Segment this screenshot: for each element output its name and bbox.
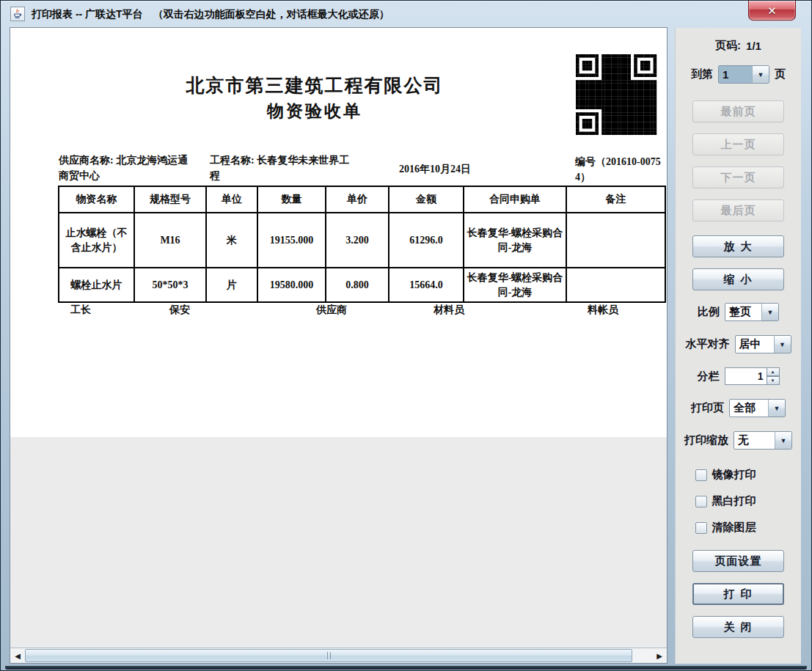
qr-code (575, 54, 657, 135)
scroll-left-icon: ◀ (15, 652, 21, 660)
scrollbar-thumb[interactable] (25, 649, 632, 662)
window-title: 打印报表 -- 广联达T平台（双击右边功能面板空白处，对话框最大化或还原） (32, 8, 389, 21)
halign-line: 水平对齐 居中 ▼ (686, 335, 791, 353)
cell-amount: 61296.0 (389, 213, 464, 268)
cell-quantity: 19155.000 (257, 213, 326, 268)
print-scale-line: 打印缩放 无 ▼ (684, 431, 792, 450)
goto-page-prefix: 到第 (691, 67, 713, 81)
cell-material-name: 螺栓止水片 (59, 268, 134, 302)
window-bottom-edge (5, 666, 807, 670)
print-pages-value: 全部 (730, 400, 768, 417)
cell-remarks (566, 213, 665, 268)
report-page: 北京市第三建筑工程有限公司 物资验收单 供应商名称: 北京龙海鸿运通商贸中心 工… (10, 28, 667, 437)
window-title-hint: （双击右边功能面板空白处，对话框最大化或还原） (153, 8, 389, 20)
table-row: 螺栓止水片 50*50*3 片 19580.000 0.800 15664.0 … (59, 268, 665, 302)
close-window-button[interactable]: ✕ (748, 1, 796, 21)
scroll-right-button[interactable]: ▶ (652, 648, 667, 663)
bw-print-label: 黑白打印 (712, 494, 756, 508)
col-material-name: 物资名称 (59, 186, 134, 213)
company-name: 北京市第三建筑工程有限公司 (10, 73, 619, 98)
print-pages-combobox[interactable]: 全部 ▼ (729, 399, 786, 417)
next-page-button[interactable]: 下一页 (692, 166, 784, 188)
sign-accountant: 料帐员 (588, 304, 618, 317)
goto-page-value: 1 (719, 66, 752, 83)
page-number-value: 1/1 (746, 40, 761, 52)
halign-combobox[interactable]: 居中 ▼ (735, 335, 791, 353)
columns-value[interactable]: 1 (725, 367, 767, 385)
scale-value: 整页 (725, 304, 761, 320)
col-contract: 合同申购单 (464, 186, 566, 213)
print-scale-combobox[interactable]: 无 ▼ (734, 431, 792, 450)
page-setup-button[interactable]: 页面设置 (692, 550, 784, 572)
close-dialog-button[interactable]: 关 闭 (692, 616, 784, 638)
scale-label: 比例 (698, 305, 720, 319)
zoom-out-button[interactable]: 缩 小 (692, 268, 784, 290)
cell-contract: 长春复华-螺栓采购合同-龙海 (464, 213, 566, 268)
chevron-down-icon[interactable]: ▼ (768, 400, 785, 417)
halign-value: 居中 (736, 336, 774, 353)
print-pages-label: 打印页 (691, 401, 724, 415)
signature-row: 工长 保安 供应商 材料员 料帐员 (10, 304, 667, 321)
scrollbar-track[interactable] (632, 648, 652, 663)
scroll-right-icon: ▶ (656, 652, 662, 660)
goto-page-suffix: 页 (775, 67, 786, 81)
chevron-down-icon[interactable]: ▼ (761, 304, 778, 320)
print-button[interactable]: 打 印 (692, 583, 784, 605)
control-panel: 页码: 1/1 到第 1 ▼ 页 最前页 上一页 下一页 最后页 放 大 缩 小… (675, 28, 801, 664)
table-header-row: 物资名称 规格型号 单位 数量 单价 金额 合同申购单 备注 (59, 186, 665, 213)
mirror-print-option: 镜像打印 (695, 468, 782, 482)
spin-up-button[interactable]: ▲ (767, 367, 780, 376)
clear-layer-checkbox[interactable] (695, 522, 707, 534)
cell-contract: 长春复华-螺栓采购合同-龙海 (464, 268, 566, 302)
col-spec-model: 规格型号 (134, 186, 206, 213)
horizontal-scrollbar[interactable]: ◀ ▶ (10, 648, 667, 663)
scroll-left-button[interactable]: ◀ (10, 648, 25, 663)
print-scale-label: 打印缩放 (684, 433, 728, 447)
cell-unit-price: 3.200 (326, 213, 389, 268)
supplier-name: 供应商名称: 北京龙海鸿运通商贸中心 (59, 153, 195, 183)
document-date: 2016年10月24日 (399, 163, 471, 176)
halign-label: 水平对齐 (686, 337, 730, 351)
cell-amount: 15664.0 (389, 268, 464, 302)
materials-table: 物资名称 规格型号 单位 数量 单价 金额 合同申购单 备注 止水螺栓（不含止水… (58, 186, 666, 303)
chevron-down-icon[interactable]: ▼ (774, 336, 791, 353)
cell-spec-model: 50*50*3 (134, 268, 206, 302)
spin-down-icon: ▼ (771, 378, 775, 383)
print-scale-value: 无 (734, 432, 775, 449)
bw-print-option: 黑白打印 (695, 494, 782, 508)
chevron-down-icon[interactable]: ▼ (775, 432, 791, 449)
spin-down-button[interactable]: ▼ (767, 376, 780, 385)
print-preview-area[interactable]: 北京市第三建筑工程有限公司 物资验收单 供应商名称: 北京龙海鸿运通商贸中心 工… (10, 27, 667, 664)
cell-remarks (566, 268, 665, 302)
first-page-button[interactable]: 最前页 (692, 100, 784, 122)
document-number: 编号（201610-00754） (575, 154, 665, 185)
scale-combobox[interactable]: 整页 ▼ (725, 303, 779, 321)
prev-page-button[interactable]: 上一页 (692, 133, 784, 155)
col-remarks: 备注 (566, 186, 665, 213)
clear-layer-option: 清除图层 (695, 521, 782, 535)
columns-label: 分栏 (698, 370, 720, 384)
chevron-down-icon[interactable]: ▼ (752, 66, 769, 83)
cell-unit-price: 0.800 (326, 268, 389, 302)
bw-print-checkbox[interactable] (695, 496, 707, 507)
cell-unit: 米 (206, 213, 257, 268)
print-report-window: 打印报表 -- 广联达T平台（双击右边功能面板空白处，对话框最大化或还原） ✕ … (0, 0, 812, 671)
document-title: 物资验收单 (10, 100, 619, 122)
zoom-in-button[interactable]: 放 大 (692, 235, 784, 257)
cell-spec-model: M16 (134, 213, 206, 268)
col-unit-price: 单价 (326, 186, 389, 213)
mirror-print-checkbox[interactable] (695, 469, 707, 481)
last-page-button[interactable]: 最后页 (692, 199, 784, 221)
columns-line: 分栏 1 ▲ ▼ (698, 367, 780, 385)
scrollbar-grip-icon (327, 652, 331, 659)
col-quantity: 数量 (257, 186, 326, 213)
page-number-line: 页码: 1/1 (715, 39, 761, 53)
titlebar[interactable]: 打印报表 -- 广联达T平台（双击右边功能面板空白处，对话框最大化或还原） ✕ (1, 1, 811, 27)
project-name: 工程名称: 长春复华未来世界工程 (210, 153, 356, 183)
close-icon: ✕ (767, 5, 777, 16)
table-row: 止水螺栓（不含止水片） M16 米 19155.000 3.200 61296.… (59, 213, 665, 268)
sign-security: 保安 (169, 304, 190, 317)
columns-stepper[interactable]: 1 ▲ ▼ (725, 367, 780, 385)
goto-page-combobox[interactable]: 1 ▼ (718, 65, 769, 84)
sign-foreman: 工长 (70, 304, 91, 317)
